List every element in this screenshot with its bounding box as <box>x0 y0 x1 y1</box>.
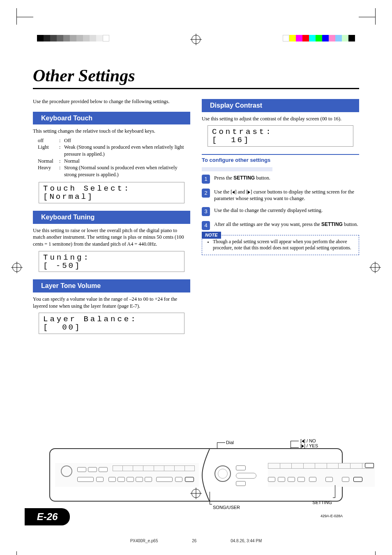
section-head-layer: Layer Tone Volume <box>33 279 190 292</box>
setting-button <box>353 477 362 482</box>
contrast-desc: Use this setting to adjust the contrast … <box>202 115 359 122</box>
touch-desc: This setting changes the relative touch … <box>33 128 190 135</box>
color-swatches <box>283 35 355 41</box>
two-column-layout: Use the procedure provided below to chan… <box>33 97 359 341</box>
note-label: NOTE <box>202 232 221 239</box>
page-footer: E-26 429A-E-028A <box>33 508 359 529</box>
registration-mark-bottom <box>191 489 201 498</box>
footer-file: PX400R_e.p65 <box>130 539 158 543</box>
callout-setting: SETTING <box>312 500 335 505</box>
intro-text: Use the procedure provided below to chan… <box>33 98 190 105</box>
step-1: 1 Press the SETTING button. <box>202 175 359 184</box>
lcd-touch: Touch Select: [Normal] <box>39 182 184 203</box>
footer-date: 04.8.26, 3:44 PM <box>231 539 262 543</box>
step-number: 1 <box>202 175 210 184</box>
right-column: Display Contrast Use this setting to adj… <box>202 97 359 341</box>
step-2: 2 Use the [] and [] cursor buttons to di… <box>202 189 359 202</box>
lcd-tuning: Tuning: [ -50] <box>39 251 184 272</box>
section-head-tuning: Keyboard Tuning <box>33 211 190 224</box>
right-arrow-icon <box>248 191 250 194</box>
section-head-contrast: Display Contrast <box>202 99 359 112</box>
crop-marks-top <box>0 0 392 41</box>
left-arrow-icon <box>232 191 235 194</box>
page-content: Other Settings Use the procedure provide… <box>0 41 392 537</box>
step-number: 3 <box>202 207 210 216</box>
step-number: 4 <box>202 221 210 230</box>
step-number: 2 <box>202 189 210 198</box>
crop-corner-tr <box>359 8 376 26</box>
crop-marks-bottom <box>0 543 392 555</box>
configure-subhead: To configure other settings <box>202 154 359 164</box>
registration-mark-top <box>191 35 201 44</box>
song-user-button <box>185 477 194 482</box>
crop-corner-tl <box>16 8 33 26</box>
page-title: Other Settings <box>33 66 359 89</box>
display-icon <box>236 473 256 479</box>
document-code: 429A-E-028A <box>321 514 343 518</box>
subhead-stripe <box>202 167 359 171</box>
configure-subsection: To configure other settings 1 Press the … <box>202 154 359 255</box>
grayscale-swatches <box>37 35 109 41</box>
volume-dial-icon <box>61 465 72 477</box>
note-box: NOTE Though a pedal setting screen will … <box>202 235 359 255</box>
touch-definitions: off:Off Light:Weak (Strong sound is prod… <box>38 137 190 178</box>
lcd-layer: Layer Balance: [ 00] <box>39 313 184 334</box>
registration-mark-right <box>371 263 380 272</box>
note-text: Though a pedal setting screen will appea… <box>213 239 355 251</box>
left-column: Use the procedure provided below to chan… <box>33 97 190 341</box>
section-head-touch: Keyboard Touch <box>33 112 190 125</box>
lcd-contrast: Contrast: [ 16] <box>208 125 353 147</box>
layer-desc: You can specify a volume value in the ra… <box>33 296 190 309</box>
page-number-badge: E-26 <box>25 508 70 525</box>
registration-mark-left <box>12 263 21 272</box>
imposition-footer: PX400R_e.p65 26 04.8.26, 3:44 PM <box>0 539 392 543</box>
step-4: 4 After all the settings are the way you… <box>202 221 359 230</box>
step-3: 3 Use the dial to change the currently d… <box>202 207 359 216</box>
tuning-desc: Use this setting to raise or lower the o… <box>33 227 190 248</box>
footer-page: 26 <box>192 539 196 543</box>
main-dial-icon <box>214 465 231 482</box>
steps-list: 1 Press the SETTING button. 2 Use the []… <box>202 175 359 230</box>
callout-no-yes: [] / NO [] / YES <box>300 438 318 448</box>
callout-dial: Dial <box>226 440 234 445</box>
cursor-buttons <box>365 463 374 468</box>
